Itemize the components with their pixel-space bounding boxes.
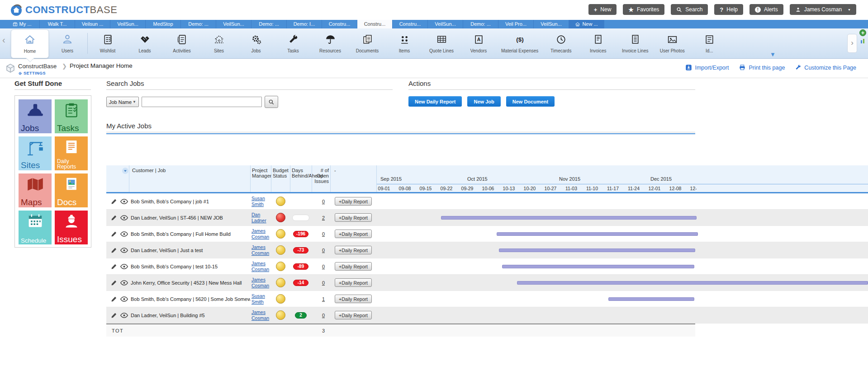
toolbar-item-users[interactable]: Users [49, 29, 86, 57]
toolbar-item-id[interactable]: Id... [691, 29, 728, 57]
add-table-icon[interactable]: + [859, 29, 866, 36]
tile-issues[interactable]: Issues [55, 211, 88, 244]
toolbar-item-documents[interactable]: Documents [349, 29, 386, 57]
daily-report-button[interactable]: +Daily Report [335, 213, 372, 222]
daily-report-button[interactable]: +Daily Report [335, 230, 372, 238]
customize-page-link[interactable]: Customize this Page [795, 64, 856, 71]
edit-icon[interactable] [111, 247, 117, 253]
scroll-right-icon[interactable]: › [847, 34, 857, 53]
project-manager-link[interactable]: James Cosman [251, 277, 269, 288]
toolbar-item-invoices[interactable]: Invoices [579, 29, 617, 57]
edit-icon[interactable] [111, 231, 117, 237]
help-button[interactable]: ? Help [714, 4, 743, 15]
view-icon[interactable] [120, 231, 128, 237]
project-manager-link[interactable]: Susan Smith [251, 196, 265, 206]
daily-report-button[interactable]: +Daily Report [335, 311, 372, 319]
search-jobs-button[interactable] [265, 96, 278, 108]
toolbar-item-timecards[interactable]: Timecards [542, 29, 579, 57]
edit-icon[interactable] [111, 198, 117, 205]
col-header-customer-job[interactable]: Customer | Job [129, 165, 250, 192]
view-icon[interactable] [120, 247, 128, 253]
toolbar-item-jobs[interactable]: Jobs [237, 29, 275, 57]
project-manager-link[interactable]: Dan Ladner [251, 212, 266, 223]
daily-report-button[interactable]: +Daily Report [335, 278, 372, 287]
user-menu-button[interactable]: James Cosman ▼ [790, 4, 856, 15]
tile-docs[interactable]: Docs [55, 173, 88, 207]
mini-chart-icon[interactable] [860, 38, 866, 44]
toolbar-item-sites[interactable]: Sites [200, 29, 237, 57]
open-issues-link[interactable]: 1 [322, 296, 325, 302]
toolbar-item-items[interactable]: Items [386, 29, 423, 57]
view-icon[interactable] [120, 198, 128, 205]
open-issues-link[interactable]: 0 [322, 248, 325, 253]
tile-maps[interactable]: Maps [19, 173, 52, 207]
toolbar-item-material-expenses[interactable]: ($) Material Expenses [497, 29, 542, 57]
view-icon[interactable] [120, 263, 128, 270]
tab-new[interactable]: New ... [569, 20, 604, 28]
project-manager-link[interactable]: James Cosman [251, 244, 269, 255]
settings-link[interactable]: SETTINGS [18, 71, 46, 75]
tab-my[interactable]: My ... [5, 20, 40, 28]
tab-medstop[interactable]: MedStop [146, 20, 181, 28]
scroll-left-icon[interactable]: ‹ [2, 35, 5, 45]
print-page-link[interactable]: Print this page [739, 64, 785, 71]
job-filter-select[interactable]: Job Name ▼ [106, 97, 139, 107]
toolbar-item-leads[interactable]: Leads [126, 29, 163, 57]
tab-veil-pro[interactable]: Veil Pro... [498, 20, 534, 28]
tab-demo-4[interactable]: Demo: ... [463, 20, 498, 28]
col-header-budget-status[interactable]: Budget Status [271, 165, 290, 192]
open-issues-link[interactable]: 0 [322, 264, 325, 269]
toolbar-item-vendors[interactable]: A Vendors [460, 29, 497, 57]
tile-schedule[interactable]: Schedule [19, 211, 52, 244]
toolbar-item-invoice-lines[interactable]: Invoice Lines [617, 29, 654, 57]
project-manager-link[interactable]: Susan Smith [251, 293, 265, 304]
tab-veilsun-5[interactable]: VeilSun... [534, 20, 569, 28]
edit-icon[interactable] [111, 312, 117, 319]
tile-daily-reports[interactable]: Daily Reports [55, 136, 88, 170]
edit-icon[interactable] [111, 215, 117, 221]
tab-demo-3[interactable]: Demo: I... [287, 20, 322, 28]
new-job-button[interactable]: New Job [467, 96, 500, 107]
favorites-button[interactable]: ★ Favorites [623, 4, 664, 15]
tab-veilsun-1[interactable]: Veilsun ... [75, 20, 110, 28]
edit-icon[interactable] [111, 296, 117, 302]
toolbar-item-home[interactable]: Home [11, 29, 49, 58]
new-document-button[interactable]: New Document [506, 96, 555, 107]
toolbar-item-resources[interactable]: Resources [312, 29, 349, 57]
view-icon[interactable] [120, 215, 128, 221]
tab-constru-active[interactable]: Constru... [357, 20, 393, 28]
toolbar-item-quote-lines[interactable]: Quote Lines [423, 29, 460, 57]
open-issues-link[interactable]: 0 [322, 280, 325, 286]
tab-veilsun-3[interactable]: VeilSun... [216, 20, 251, 28]
tab-demo-1[interactable]: Demo: ... [181, 20, 216, 28]
sort-dropdown-icon[interactable] [122, 167, 129, 192]
tile-jobs[interactable]: Jobs [19, 99, 52, 133]
edit-icon[interactable] [111, 263, 117, 270]
toolbar-overflow-icon[interactable]: ▼ [770, 51, 776, 58]
tab-veilsun-2[interactable]: VeilSun... [110, 20, 146, 28]
tab-veilsun-4[interactable]: VeilSun... [428, 20, 463, 28]
toolbar-item-user-photos[interactable]: User Photos [654, 29, 691, 57]
import-export-link[interactable]: Import/Export [685, 64, 729, 71]
new-button[interactable]: + New [588, 4, 617, 15]
alerts-button[interactable]: ! Alerts [749, 4, 783, 15]
view-icon[interactable] [120, 296, 128, 302]
tab-constru-2[interactable]: Constru... [393, 20, 428, 28]
view-icon[interactable] [120, 280, 128, 286]
breadcrumb-app[interactable]: ConstructBase [18, 63, 57, 70]
daily-report-button[interactable]: +Daily Report [335, 295, 372, 303]
col-header-project-manager[interactable]: Project Manager [250, 165, 271, 192]
view-icon[interactable] [120, 312, 128, 319]
project-manager-link[interactable]: James Cosman [251, 228, 269, 239]
tab-constru-1[interactable]: Constru... [322, 20, 357, 28]
col-header-open-issues[interactable]: # of Open Issues [312, 165, 330, 192]
open-issues-link[interactable]: 0 [322, 231, 325, 237]
daily-report-button[interactable]: +Daily Report [335, 246, 372, 254]
search-button[interactable]: Search [671, 4, 708, 15]
project-manager-link[interactable]: James Cosman [251, 309, 269, 320]
project-manager-link[interactable]: James Cosman [251, 261, 269, 272]
tab-demo-2[interactable]: Demo: ... [251, 20, 287, 28]
daily-report-button[interactable]: +Daily Report [335, 197, 372, 206]
tab-walk-t[interactable]: Walk T... [40, 20, 75, 28]
open-issues-link[interactable]: 0 [322, 313, 325, 318]
